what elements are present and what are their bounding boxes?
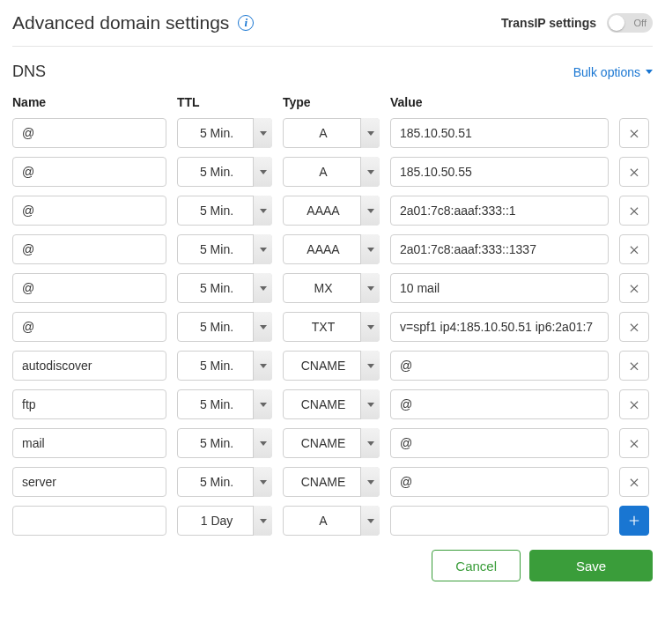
ttl-select[interactable]: 5 Min.1 Day (177, 196, 272, 226)
value-input[interactable] (390, 467, 609, 497)
type-select-wrap: AAAAAMXTXTCNAME (283, 234, 380, 264)
name-input[interactable] (12, 351, 166, 381)
value-input[interactable] (390, 506, 609, 536)
close-icon (628, 166, 640, 178)
ttl-select[interactable]: 5 Min.1 Day (177, 118, 272, 148)
ttl-select-wrap: 5 Min.1 Day (177, 351, 272, 381)
column-value: Value (390, 95, 609, 109)
ttl-select[interactable]: 5 Min.1 Day (177, 428, 272, 458)
close-icon (628, 359, 640, 372)
ttl-select-wrap: 5 Min.1 Day (177, 312, 272, 342)
ttl-select-wrap: 5 Min.1 Day (177, 428, 272, 458)
close-icon (628, 398, 640, 411)
value-input[interactable] (390, 428, 609, 458)
type-select[interactable]: AAAAAMXTXTCNAME (283, 118, 380, 148)
type-select[interactable]: AAAAAMXTXTCNAME (283, 351, 380, 381)
ttl-select[interactable]: 5 Min.1 Day (177, 389, 272, 419)
close-icon (628, 204, 640, 217)
ttl-select[interactable]: 5 Min.1 Day (177, 351, 272, 381)
dns-row: 5 Min.1 DayAAAAAMXTXTCNAME (12, 467, 653, 497)
page-title: Advanced domain settings (12, 12, 229, 33)
value-input[interactable] (390, 196, 609, 226)
type-select[interactable]: AAAAAMXTXTCNAME (283, 273, 380, 303)
type-select[interactable]: AAAAAMXTXTCNAME (283, 428, 380, 458)
ttl-select[interactable]: 5 Min.1 Day (177, 312, 272, 342)
name-input[interactable] (12, 467, 166, 497)
type-select[interactable]: AAAAAMXTXTCNAME (283, 506, 380, 536)
type-select-wrap: AAAAAMXTXTCNAME (283, 118, 380, 148)
type-select-wrap: AAAAAMXTXTCNAME (283, 273, 380, 303)
column-name: Name (12, 95, 166, 109)
ttl-select-wrap: 5 Min.1 Day (177, 157, 272, 187)
type-select-wrap: AAAAAMXTXTCNAME (283, 312, 380, 342)
value-input[interactable] (390, 273, 609, 303)
type-select[interactable]: AAAAAMXTXTCNAME (283, 312, 380, 342)
name-input[interactable] (12, 389, 166, 419)
name-input[interactable] (12, 234, 166, 264)
transip-settings-toggle[interactable]: Off (607, 13, 653, 33)
remove-row-button[interactable] (619, 351, 649, 381)
ttl-select[interactable]: 5 Min.1 Day (177, 467, 272, 497)
close-icon (628, 127, 640, 139)
type-select[interactable]: AAAAAMXTXTCNAME (283, 196, 380, 226)
value-input[interactable] (390, 118, 609, 148)
remove-row-button[interactable] (619, 234, 649, 264)
column-ttl: TTL (177, 95, 272, 109)
close-icon (628, 437, 640, 449)
value-input[interactable] (390, 312, 609, 342)
type-select[interactable]: AAAAAMXTXTCNAME (283, 389, 380, 419)
dns-row: 5 Min.1 DayAAAAAMXTXTCNAME (12, 351, 653, 381)
dns-row: 5 Min.1 DayAAAAAMXTXTCNAME (12, 118, 653, 148)
type-select-wrap: AAAAAMXTXTCNAME (283, 428, 380, 458)
remove-row-button[interactable] (619, 157, 649, 187)
remove-row-button[interactable] (619, 196, 649, 226)
plus-icon (628, 514, 640, 527)
name-input[interactable] (12, 273, 166, 303)
toggle-knob (609, 15, 624, 31)
value-input[interactable] (390, 389, 609, 419)
ttl-select-wrap: 5 Min.1 Day (177, 273, 272, 303)
type-select[interactable]: AAAAAMXTXTCNAME (283, 467, 380, 497)
type-select-wrap: AAAAAMXTXTCNAME (283, 157, 380, 187)
header: Advanced domain settings i TransIP setti… (12, 12, 653, 47)
cancel-button[interactable]: Cancel (432, 550, 521, 581)
chevron-down-icon (646, 70, 653, 74)
save-button[interactable]: Save (529, 550, 653, 581)
ttl-select-wrap: 5 Min.1 Day (177, 389, 272, 419)
name-input[interactable] (12, 428, 166, 458)
name-input[interactable] (12, 506, 166, 536)
bulk-options-link[interactable]: Bulk options (573, 65, 653, 79)
remove-row-button[interactable] (619, 273, 649, 303)
name-input[interactable] (12, 118, 166, 148)
value-input[interactable] (390, 234, 609, 264)
info-icon[interactable]: i (238, 15, 254, 31)
name-input[interactable] (12, 312, 166, 342)
close-icon (628, 321, 640, 333)
type-select[interactable]: AAAAAMXTXTCNAME (283, 157, 380, 187)
value-input[interactable] (390, 157, 609, 187)
type-select[interactable]: AAAAAMXTXTCNAME (283, 234, 380, 264)
ttl-select-wrap: 5 Min.1 Day (177, 118, 272, 148)
name-input[interactable] (12, 196, 166, 226)
remove-row-button[interactable] (619, 467, 649, 497)
add-row-button[interactable] (619, 506, 649, 536)
footer: Cancel Save (12, 550, 653, 581)
bulk-options-label: Bulk options (573, 65, 640, 79)
ttl-select[interactable]: 5 Min.1 Day (177, 273, 272, 303)
remove-row-button[interactable] (619, 118, 649, 148)
close-icon (628, 282, 640, 294)
header-left: Advanced domain settings i (12, 12, 254, 33)
ttl-select[interactable]: 5 Min.1 Day (177, 506, 272, 536)
column-type: Type (283, 95, 380, 109)
remove-row-button[interactable] (619, 389, 649, 419)
remove-row-button[interactable] (619, 428, 649, 458)
value-input[interactable] (390, 351, 609, 381)
remove-row-button[interactable] (619, 312, 649, 342)
ttl-select[interactable]: 5 Min.1 Day (177, 234, 272, 264)
ttl-select[interactable]: 5 Min.1 Day (177, 157, 272, 187)
transip-settings-label: TransIP settings (501, 16, 596, 30)
toggle-off-text: Off (634, 18, 647, 28)
name-input[interactable] (12, 157, 166, 187)
ttl-select-wrap: 5 Min.1 Day (177, 467, 272, 497)
ttl-select-wrap: 5 Min.1 Day (177, 506, 272, 536)
